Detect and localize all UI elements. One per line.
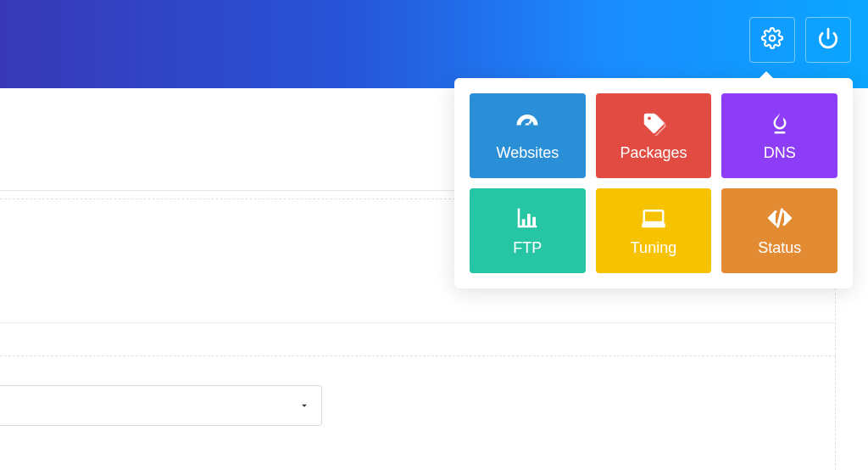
tile-ftp[interactable]: FTP <box>470 188 586 273</box>
tags-icon <box>641 110 666 136</box>
tile-tuning[interactable]: Tuning <box>596 188 712 273</box>
settings-dropdown: Websites Packages DNS FTP Tuning Status <box>454 78 853 288</box>
topbar <box>0 0 868 88</box>
flame-icon <box>767 110 793 136</box>
laptop-icon <box>641 205 666 231</box>
settings-button[interactable] <box>749 17 795 63</box>
tile-label: Status <box>758 239 801 257</box>
tile-status[interactable]: Status <box>721 188 837 273</box>
tile-websites[interactable]: Websites <box>470 93 586 178</box>
select-wrap <box>0 385 322 426</box>
tile-dns[interactable]: DNS <box>721 93 837 178</box>
code-icon <box>767 205 793 231</box>
gear-icon <box>761 27 783 53</box>
chart-icon <box>515 205 540 231</box>
divider <box>0 322 836 323</box>
power-button[interactable] <box>805 17 851 63</box>
svg-point-0 <box>770 36 776 42</box>
tile-label: DNS <box>764 144 796 162</box>
power-icon <box>817 27 839 53</box>
svg-line-2 <box>777 210 782 227</box>
dashboard-icon <box>515 110 540 136</box>
tile-label: Websites <box>496 144 559 162</box>
divider-dashed <box>0 355 836 356</box>
tile-packages[interactable]: Packages <box>596 93 712 178</box>
tile-label: FTP <box>513 239 542 257</box>
dropdown-select[interactable] <box>0 385 322 426</box>
tile-label: Packages <box>620 144 687 162</box>
tile-label: Tuning <box>631 239 676 257</box>
topbar-buttons <box>749 17 851 63</box>
